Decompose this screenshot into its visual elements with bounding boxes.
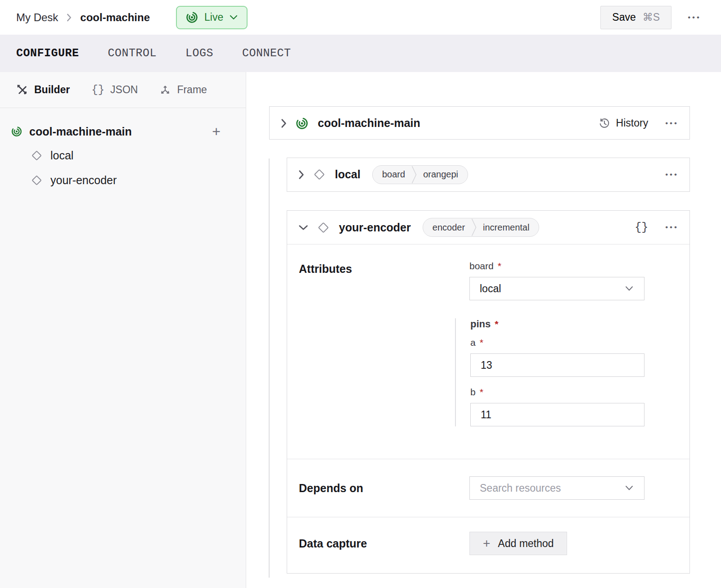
- pin-b-input[interactable]: [470, 403, 644, 426]
- pin-b-label: b: [470, 387, 476, 398]
- resource-type-badge: encoder incremental: [423, 218, 540, 237]
- depends-on-select[interactable]: Search resources: [469, 476, 644, 500]
- tools-icon: [16, 84, 28, 96]
- required-marker: *: [495, 319, 498, 330]
- tab-control[interactable]: CONTROL: [108, 47, 157, 60]
- save-shortcut: ⌘S: [643, 11, 660, 23]
- pins-group: pins * a * b: [455, 318, 644, 426]
- attributes-section: Attributes board * local pins: [287, 244, 689, 459]
- badge-type: board: [373, 169, 411, 180]
- live-status-dropdown[interactable]: Live: [176, 6, 248, 29]
- pin-a-label: a: [470, 337, 476, 348]
- tab-bar: CONFIGURE CONTROL LOGS CONNECT: [0, 35, 721, 72]
- add-method-label: Add method: [498, 538, 554, 550]
- depends-on-section: Depends on Search resources: [287, 459, 689, 517]
- machine-part-title: cool-machine-main: [318, 117, 420, 130]
- required-marker: *: [480, 337, 483, 348]
- encoder-card-menu[interactable]: •••: [665, 223, 679, 232]
- local-card-title: local: [335, 168, 360, 181]
- local-card-menu[interactable]: •••: [665, 170, 679, 179]
- top-bar: My Desk cool-machine Live: [0, 0, 721, 35]
- chevron-down-icon: [229, 14, 238, 20]
- tree-item-local-label: local: [50, 149, 73, 162]
- attributes-label: Attributes: [299, 261, 469, 426]
- pin-a-input[interactable]: [470, 353, 644, 377]
- expand-chevron-icon[interactable]: [298, 169, 305, 180]
- tab-connect[interactable]: CONNECT: [242, 47, 291, 60]
- topbar-overflow-menu[interactable]: •••: [688, 13, 701, 22]
- board-select[interactable]: local: [469, 277, 644, 300]
- expand-chevron-icon[interactable]: [280, 118, 287, 129]
- save-label: Save: [612, 11, 635, 23]
- view-mode-toggle: Builder {} JSON Frame: [0, 72, 246, 108]
- required-marker: *: [480, 387, 483, 398]
- component-diamond-icon: [317, 221, 330, 234]
- tree-item-your-encoder[interactable]: your-encoder: [11, 168, 221, 193]
- component-diamond-icon: [313, 168, 326, 181]
- badge-type: encoder: [423, 222, 471, 233]
- mode-frame-label: Frame: [177, 84, 207, 96]
- depends-on-label: Depends on: [299, 482, 469, 495]
- badge-separator-chevron: [471, 218, 477, 237]
- board-field-label: board: [469, 261, 494, 271]
- save-button[interactable]: Save ⌘S: [600, 6, 671, 29]
- config-sidebar: Builder {} JSON Frame: [0, 72, 246, 588]
- live-label: Live: [204, 11, 223, 23]
- mode-json-label: JSON: [110, 84, 138, 96]
- breadcrumb: My Desk cool-machine: [16, 11, 150, 24]
- add-method-button[interactable]: + Add method: [469, 532, 567, 555]
- tree-connector-line: [269, 158, 270, 578]
- chevron-right-icon: [66, 13, 72, 23]
- viam-machine-icon: [11, 126, 23, 137]
- chevron-down-icon: [624, 285, 634, 292]
- badge-separator-chevron: [411, 165, 417, 184]
- tree-item-machine-label: cool-machine-main: [29, 125, 132, 138]
- plus-icon: +: [483, 537, 490, 550]
- encoder-card: your-encoder encoder incremental {} •••: [287, 210, 690, 574]
- machine-card-menu[interactable]: •••: [665, 119, 679, 128]
- resource-type-badge: board orangepi: [372, 165, 468, 184]
- viam-logo-icon: [185, 11, 198, 24]
- frame-axes-icon: [159, 84, 171, 96]
- chevron-down-icon: [624, 485, 634, 491]
- data-capture-label: Data capture: [299, 537, 469, 550]
- history-button[interactable]: History: [598, 117, 649, 130]
- tree-item-local[interactable]: local: [11, 143, 221, 168]
- viam-machine-icon: [295, 117, 309, 130]
- tree-item-machine[interactable]: cool-machine-main +: [11, 120, 221, 143]
- mode-builder[interactable]: Builder: [16, 84, 70, 96]
- add-component-button[interactable]: +: [212, 124, 221, 139]
- component-diamond-icon: [31, 174, 43, 186]
- edit-json-button[interactable]: {}: [635, 221, 648, 234]
- depends-on-placeholder: Search resources: [480, 482, 561, 494]
- local-board-card: local board orangepi •••: [287, 158, 690, 192]
- data-capture-section: Data capture + Add method: [287, 517, 689, 573]
- component-diamond-icon: [31, 149, 43, 162]
- resource-tree: cool-machine-main + local your-encoder: [0, 108, 246, 193]
- badge-model: orangepi: [417, 169, 468, 180]
- required-marker: *: [498, 261, 501, 271]
- history-icon: [598, 117, 611, 130]
- encoder-card-title: your-encoder: [339, 221, 411, 234]
- machine-part-card: cool-machine-main History •••: [269, 106, 690, 140]
- tab-configure[interactable]: CONFIGURE: [16, 47, 79, 60]
- mode-json[interactable]: {} JSON: [91, 84, 138, 96]
- badge-model: incremental: [477, 222, 539, 233]
- collapse-chevron-icon[interactable]: [298, 224, 309, 231]
- history-label: History: [616, 117, 649, 129]
- mode-frame[interactable]: Frame: [159, 84, 207, 96]
- breadcrumb-current: cool-machine: [80, 11, 150, 24]
- tab-logs[interactable]: LOGS: [185, 47, 213, 60]
- mode-builder-label: Builder: [34, 84, 70, 96]
- braces-icon: {}: [91, 84, 104, 96]
- pins-group-label: pins: [470, 318, 491, 330]
- breadcrumb-root[interactable]: My Desk: [16, 11, 58, 24]
- board-select-value: local: [480, 283, 501, 295]
- config-main-panel: cool-machine-main History •••: [246, 72, 721, 588]
- tree-item-your-encoder-label: your-encoder: [50, 174, 117, 187]
